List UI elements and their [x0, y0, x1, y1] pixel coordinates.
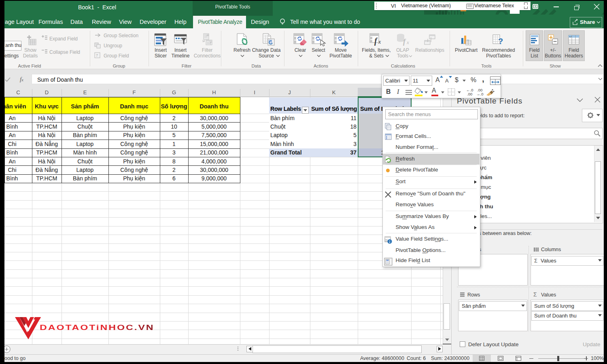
svg-text:x: x: [378, 39, 381, 45]
svg-text:x: x: [406, 39, 409, 45]
svg-text:?: ?: [498, 37, 503, 46]
svg-text:7: 7: [96, 53, 98, 57]
svg-text:f: f: [403, 38, 406, 46]
